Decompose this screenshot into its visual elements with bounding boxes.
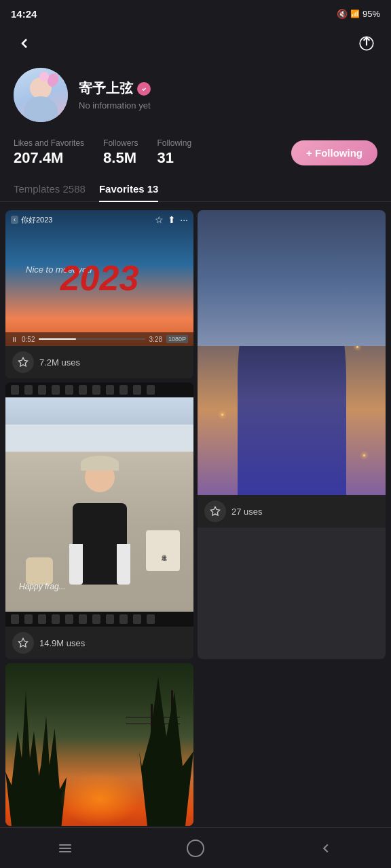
tab-templates[interactable]: Templates 2588: [14, 183, 86, 201]
svg-marker-3: [210, 507, 219, 515]
hole: [147, 614, 155, 624]
hole: [65, 614, 73, 624]
play-icon: ⏸: [11, 336, 18, 343]
thumbnail-portrait: [198, 210, 386, 495]
star-button-2[interactable]: [204, 500, 226, 522]
svg-rect-6: [59, 848, 71, 849]
star-button-3[interactable]: [12, 632, 34, 654]
hole: [92, 614, 100, 624]
stat-following: Following 31: [157, 138, 191, 167]
hole: [38, 385, 46, 395]
hole: [65, 385, 73, 395]
tab-favorites[interactable]: Favorites 13: [99, 183, 159, 201]
thumbnail-sunset: [5, 663, 193, 826]
film-strip-top: [5, 382, 193, 397]
time-total: 3:28: [149, 336, 162, 343]
video-title: ‹ 你好2023: [11, 215, 52, 225]
hole: [38, 614, 46, 624]
time-elapsed: 0:52: [22, 336, 35, 343]
star-button-1[interactable]: [12, 351, 34, 373]
mute-icon: 🔇: [337, 9, 348, 19]
hole: [133, 614, 141, 624]
stat-likes: Likes and Favorites 207.4M: [14, 138, 84, 167]
item2-footer: 27 uses: [198, 495, 386, 528]
svg-point-8: [187, 840, 204, 856]
hole: [106, 614, 114, 624]
profile-name: 寄予上弦: [79, 79, 377, 98]
status-icons: 🔇 📶 95%: [337, 9, 380, 19]
likes-label: Likes and Favorites: [14, 138, 84, 148]
tabs-row: Templates 2588 Favorites 13: [0, 178, 391, 202]
hole: [119, 385, 128, 395]
video-controls: ⏸ 0:52 3:28 1080P: [5, 332, 193, 346]
stat-followers: Followers 8.5M: [103, 138, 138, 167]
hole: [79, 614, 87, 624]
stats-row: Likes and Favorites 207.4M Followers 8.5…: [0, 133, 391, 178]
profile-section: 寄予上弦 No information yet: [0, 65, 391, 133]
following-label: Following: [157, 138, 191, 148]
sparkle-5: [221, 414, 223, 416]
hole: [106, 385, 114, 395]
item3-footer: 14.9M uses: [5, 627, 193, 659]
battery-text: 95%: [362, 9, 380, 19]
bottom-nav: [0, 827, 391, 868]
signal-icon: 📶: [350, 9, 360, 18]
nav-menu-button[interactable]: [48, 835, 82, 862]
content-grid: ‹ 你好2023 ☆ ⬆ ··· Nice to meet you 2023 ⏸…: [0, 210, 391, 826]
thumbnail-2023: ‹ 你好2023 ☆ ⬆ ··· Nice to meet you 2023 ⏸…: [5, 210, 193, 346]
hole: [119, 614, 128, 624]
profile-info: 寄予上弦 No information yet: [79, 79, 377, 111]
top-nav: [0, 24, 391, 65]
followers-label: Followers: [103, 138, 138, 148]
share-button[interactable]: [353, 30, 380, 57]
verified-badge: [137, 82, 151, 96]
svg-marker-4: [18, 638, 27, 647]
hole: [79, 385, 87, 395]
grid-item-video-2023[interactable]: ‹ 你好2023 ☆ ⬆ ··· Nice to meet you 2023 ⏸…: [5, 210, 193, 378]
followers-value: 8.5M: [103, 149, 138, 167]
item1-footer: 7.2M uses: [5, 346, 193, 378]
sparkle-6: [363, 454, 365, 456]
svg-marker-2: [18, 357, 27, 366]
avatar: [14, 68, 68, 122]
film-overlay-text: Happy frag...: [19, 582, 66, 591]
hole: [52, 614, 60, 624]
svg-rect-5: [59, 844, 71, 846]
film-photo: 这是水 Happy frag...: [5, 397, 193, 612]
svg-point-1: [141, 85, 147, 92]
svg-rect-7: [59, 851, 71, 852]
hole: [24, 385, 33, 395]
video-header: ‹ 你好2023 ☆ ⬆ ···: [5, 210, 193, 229]
film-holes-top: [5, 385, 160, 395]
grid-item-film[interactable]: 这是水 Happy frag...: [5, 382, 193, 659]
progress-fill: [39, 338, 76, 340]
grid-item-sunset[interactable]: [5, 663, 193, 826]
thumbnail-film: 这是水 Happy frag...: [5, 382, 193, 627]
progress-bar: [39, 338, 145, 340]
following-value: 31: [157, 149, 191, 167]
film-strip-bottom: [5, 612, 193, 627]
hole: [11, 614, 19, 624]
hole: [24, 614, 33, 624]
hole: [147, 385, 155, 395]
video-actions: ☆ ⬆ ···: [155, 214, 188, 225]
uses-label-2: 27 uses: [231, 507, 263, 517]
nav-home-button[interactable]: [179, 835, 212, 862]
likes-value: 207.4M: [14, 149, 84, 167]
uses-label-3: 14.9M uses: [39, 638, 85, 648]
film-holes-bottom: [5, 614, 160, 624]
profile-bio: No information yet: [79, 100, 377, 111]
profile-name-text: 寄予上弦: [79, 79, 133, 98]
hole: [92, 385, 100, 395]
status-bar: 14:24 🔇 📶 95%: [0, 0, 391, 24]
nav-back-button[interactable]: [309, 835, 343, 862]
sunset-glow: [59, 772, 141, 826]
quality-badge: 1080P: [166, 335, 188, 343]
hole: [133, 385, 141, 395]
grid-item-portrait[interactable]: 27 uses: [198, 210, 386, 659]
back-button[interactable]: [11, 30, 38, 57]
sparkle-4: [356, 346, 358, 348]
year-display: 2023: [60, 258, 139, 298]
uses-label-1: 7.2M uses: [39, 357, 80, 368]
follow-button[interactable]: + Following: [291, 140, 377, 165]
